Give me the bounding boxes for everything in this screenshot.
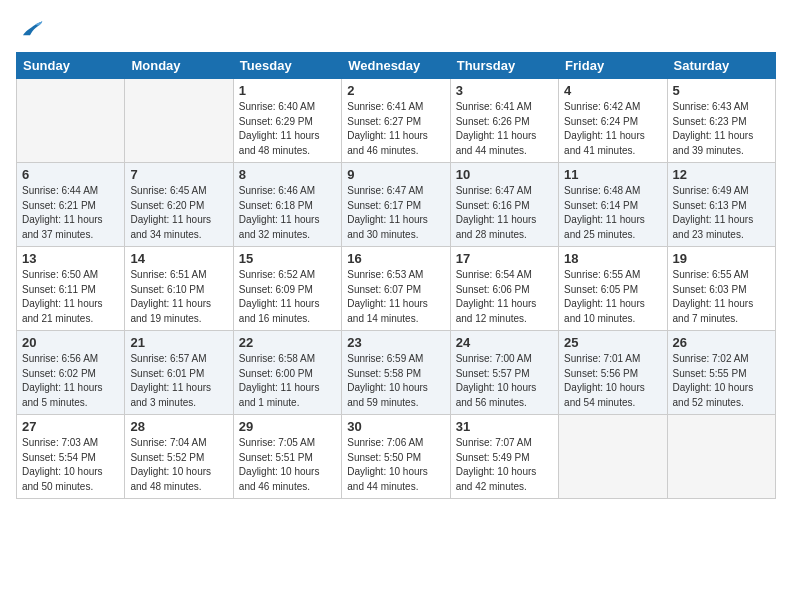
day-info: Sunrise: 6:59 AM Sunset: 5:58 PM Dayligh… [347,352,444,410]
day-number: 16 [347,251,444,266]
day-info: Sunrise: 6:48 AM Sunset: 6:14 PM Dayligh… [564,184,661,242]
day-info: Sunrise: 6:55 AM Sunset: 6:05 PM Dayligh… [564,268,661,326]
day-number: 22 [239,335,336,350]
calendar-cell: 18Sunrise: 6:55 AM Sunset: 6:05 PM Dayli… [559,247,667,331]
day-info: Sunrise: 7:04 AM Sunset: 5:52 PM Dayligh… [130,436,227,494]
calendar-week-4: 20Sunrise: 6:56 AM Sunset: 6:02 PM Dayli… [17,331,776,415]
calendar-week-3: 13Sunrise: 6:50 AM Sunset: 6:11 PM Dayli… [17,247,776,331]
header-tuesday: Tuesday [233,53,341,79]
day-number: 8 [239,167,336,182]
day-info: Sunrise: 6:41 AM Sunset: 6:26 PM Dayligh… [456,100,553,158]
calendar-cell: 21Sunrise: 6:57 AM Sunset: 6:01 PM Dayli… [125,331,233,415]
calendar-cell: 25Sunrise: 7:01 AM Sunset: 5:56 PM Dayli… [559,331,667,415]
calendar-cell: 31Sunrise: 7:07 AM Sunset: 5:49 PM Dayli… [450,415,558,499]
day-info: Sunrise: 6:49 AM Sunset: 6:13 PM Dayligh… [673,184,770,242]
calendar-cell: 1Sunrise: 6:40 AM Sunset: 6:29 PM Daylig… [233,79,341,163]
calendar-cell: 19Sunrise: 6:55 AM Sunset: 6:03 PM Dayli… [667,247,775,331]
calendar-cell: 2Sunrise: 6:41 AM Sunset: 6:27 PM Daylig… [342,79,450,163]
calendar-cell: 20Sunrise: 6:56 AM Sunset: 6:02 PM Dayli… [17,331,125,415]
day-info: Sunrise: 6:46 AM Sunset: 6:18 PM Dayligh… [239,184,336,242]
header-thursday: Thursday [450,53,558,79]
calendar-cell: 4Sunrise: 6:42 AM Sunset: 6:24 PM Daylig… [559,79,667,163]
calendar-cell [125,79,233,163]
day-number: 9 [347,167,444,182]
day-info: Sunrise: 7:03 AM Sunset: 5:54 PM Dayligh… [22,436,119,494]
calendar-week-2: 6Sunrise: 6:44 AM Sunset: 6:21 PM Daylig… [17,163,776,247]
calendar-cell: 8Sunrise: 6:46 AM Sunset: 6:18 PM Daylig… [233,163,341,247]
day-number: 20 [22,335,119,350]
day-info: Sunrise: 6:58 AM Sunset: 6:00 PM Dayligh… [239,352,336,410]
day-number: 4 [564,83,661,98]
calendar-cell: 28Sunrise: 7:04 AM Sunset: 5:52 PM Dayli… [125,415,233,499]
day-number: 21 [130,335,227,350]
day-info: Sunrise: 6:45 AM Sunset: 6:20 PM Dayligh… [130,184,227,242]
calendar-cell: 5Sunrise: 6:43 AM Sunset: 6:23 PM Daylig… [667,79,775,163]
day-info: Sunrise: 7:07 AM Sunset: 5:49 PM Dayligh… [456,436,553,494]
calendar-week-5: 27Sunrise: 7:03 AM Sunset: 5:54 PM Dayli… [17,415,776,499]
header-friday: Friday [559,53,667,79]
day-number: 1 [239,83,336,98]
calendar-cell: 3Sunrise: 6:41 AM Sunset: 6:26 PM Daylig… [450,79,558,163]
day-info: Sunrise: 6:57 AM Sunset: 6:01 PM Dayligh… [130,352,227,410]
day-number: 6 [22,167,119,182]
calendar-cell [17,79,125,163]
calendar-cell: 9Sunrise: 6:47 AM Sunset: 6:17 PM Daylig… [342,163,450,247]
calendar-cell: 13Sunrise: 6:50 AM Sunset: 6:11 PM Dayli… [17,247,125,331]
calendar-table: SundayMondayTuesdayWednesdayThursdayFrid… [16,52,776,499]
day-info: Sunrise: 6:44 AM Sunset: 6:21 PM Dayligh… [22,184,119,242]
day-number: 19 [673,251,770,266]
day-number: 24 [456,335,553,350]
calendar-cell: 15Sunrise: 6:52 AM Sunset: 6:09 PM Dayli… [233,247,341,331]
calendar-cell: 27Sunrise: 7:03 AM Sunset: 5:54 PM Dayli… [17,415,125,499]
day-info: Sunrise: 6:42 AM Sunset: 6:24 PM Dayligh… [564,100,661,158]
calendar-header-row: SundayMondayTuesdayWednesdayThursdayFrid… [17,53,776,79]
day-info: Sunrise: 6:55 AM Sunset: 6:03 PM Dayligh… [673,268,770,326]
day-number: 31 [456,419,553,434]
day-number: 26 [673,335,770,350]
calendar-cell: 29Sunrise: 7:05 AM Sunset: 5:51 PM Dayli… [233,415,341,499]
day-number: 14 [130,251,227,266]
day-number: 17 [456,251,553,266]
day-number: 10 [456,167,553,182]
day-number: 15 [239,251,336,266]
day-number: 29 [239,419,336,434]
day-info: Sunrise: 7:05 AM Sunset: 5:51 PM Dayligh… [239,436,336,494]
day-number: 25 [564,335,661,350]
day-info: Sunrise: 6:47 AM Sunset: 6:16 PM Dayligh… [456,184,553,242]
day-number: 5 [673,83,770,98]
day-number: 2 [347,83,444,98]
day-info: Sunrise: 6:41 AM Sunset: 6:27 PM Dayligh… [347,100,444,158]
header-saturday: Saturday [667,53,775,79]
calendar-cell: 10Sunrise: 6:47 AM Sunset: 6:16 PM Dayli… [450,163,558,247]
day-number: 11 [564,167,661,182]
calendar-cell: 11Sunrise: 6:48 AM Sunset: 6:14 PM Dayli… [559,163,667,247]
day-info: Sunrise: 6:51 AM Sunset: 6:10 PM Dayligh… [130,268,227,326]
day-number: 3 [456,83,553,98]
calendar-cell: 12Sunrise: 6:49 AM Sunset: 6:13 PM Dayli… [667,163,775,247]
calendar-cell: 24Sunrise: 7:00 AM Sunset: 5:57 PM Dayli… [450,331,558,415]
day-info: Sunrise: 7:02 AM Sunset: 5:55 PM Dayligh… [673,352,770,410]
day-number: 18 [564,251,661,266]
calendar-cell: 17Sunrise: 6:54 AM Sunset: 6:06 PM Dayli… [450,247,558,331]
calendar-cell [559,415,667,499]
day-number: 7 [130,167,227,182]
day-number: 13 [22,251,119,266]
day-info: Sunrise: 6:52 AM Sunset: 6:09 PM Dayligh… [239,268,336,326]
day-number: 12 [673,167,770,182]
calendar-cell: 30Sunrise: 7:06 AM Sunset: 5:50 PM Dayli… [342,415,450,499]
day-info: Sunrise: 6:50 AM Sunset: 6:11 PM Dayligh… [22,268,119,326]
calendar-cell: 23Sunrise: 6:59 AM Sunset: 5:58 PM Dayli… [342,331,450,415]
day-info: Sunrise: 7:01 AM Sunset: 5:56 PM Dayligh… [564,352,661,410]
page-header [16,16,776,44]
calendar-cell [667,415,775,499]
day-info: Sunrise: 7:06 AM Sunset: 5:50 PM Dayligh… [347,436,444,494]
day-info: Sunrise: 6:54 AM Sunset: 6:06 PM Dayligh… [456,268,553,326]
calendar-cell: 7Sunrise: 6:45 AM Sunset: 6:20 PM Daylig… [125,163,233,247]
day-number: 23 [347,335,444,350]
day-info: Sunrise: 6:56 AM Sunset: 6:02 PM Dayligh… [22,352,119,410]
calendar-cell: 22Sunrise: 6:58 AM Sunset: 6:00 PM Dayli… [233,331,341,415]
calendar-cell: 26Sunrise: 7:02 AM Sunset: 5:55 PM Dayli… [667,331,775,415]
day-number: 30 [347,419,444,434]
calendar-cell: 6Sunrise: 6:44 AM Sunset: 6:21 PM Daylig… [17,163,125,247]
day-info: Sunrise: 6:53 AM Sunset: 6:07 PM Dayligh… [347,268,444,326]
